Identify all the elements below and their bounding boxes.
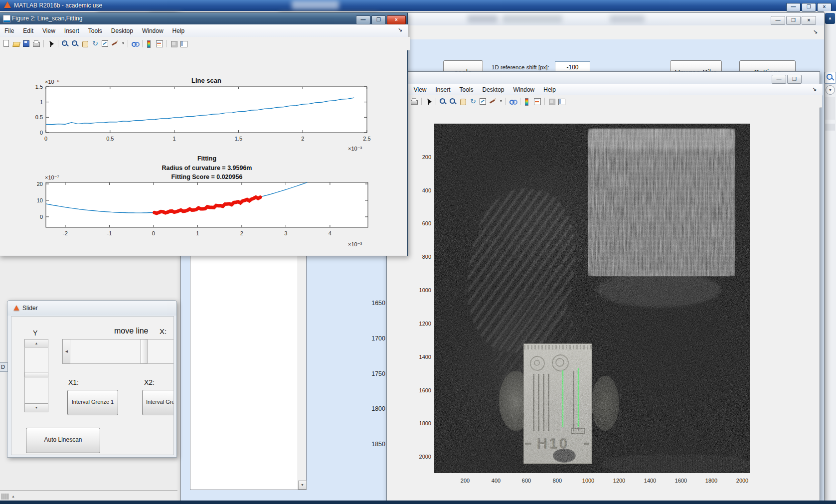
minimize-button[interactable]: — [786, 3, 801, 11]
toolbar-separator [436, 98, 436, 105]
link-plot-icon[interactable] [131, 39, 140, 48]
scroll-down-icon[interactable]: ▼ [298, 481, 307, 490]
save-icon[interactable] [22, 39, 31, 48]
restore-button[interactable]: ❐ [371, 15, 386, 24]
menu-item-window[interactable]: Window [138, 26, 168, 36]
interferogram-image[interactable]: H10 [434, 124, 750, 473]
splitter-grip[interactable]: ▲ [1, 494, 21, 500]
x-tick: 1 [173, 136, 176, 142]
menu-item-desktop[interactable]: Desktop [478, 85, 509, 95]
menu-item-view[interactable]: View [409, 85, 431, 95]
insert-colorbar-icon[interactable] [145, 39, 154, 48]
zoom-in-icon[interactable] [439, 97, 448, 106]
restore-button[interactable]: ❐ [787, 75, 802, 84]
collapse-toolstrip-icon[interactable]: ▲ [825, 13, 835, 24]
rotate-3d-icon[interactable] [469, 97, 478, 106]
restore-button[interactable]: ❐ [786, 16, 801, 25]
figured-client: H10 200400600800100012001400160018002000… [387, 107, 820, 501]
figure2-titlebar: Figure 2: Line_scan,Fitting —❐× [0, 13, 407, 24]
minimize-button[interactable]: — [771, 16, 785, 25]
figure2-window-controls: —❐× [355, 14, 406, 24]
zoom-in-icon[interactable] [61, 39, 70, 48]
insert-legend-icon[interactable] [155, 39, 164, 48]
brush-icon[interactable] [489, 97, 498, 106]
minimize-button[interactable]: — [356, 15, 370, 24]
insert-legend-icon[interactable] [533, 97, 542, 106]
toolbar-separator [128, 40, 128, 47]
toolbar-separator [167, 40, 167, 47]
chevron-down-icon[interactable]: ▼ [826, 85, 835, 95]
x-slider[interactable]: ◀ [62, 339, 174, 364]
menu-item-file[interactable]: File [0, 26, 18, 36]
menu-item-insert[interactable]: Insert [431, 85, 455, 95]
y-slider[interactable]: ▲ ▼ [24, 339, 48, 411]
caret-down-icon[interactable] [499, 97, 503, 106]
menu-item-edit[interactable]: Edit [18, 26, 38, 36]
main-window-title: MATLAB R2016b - academic use [14, 2, 102, 9]
plottools-b-icon[interactable] [557, 97, 566, 106]
figured-window: d —❐× EditViewInsertToolsDesktopWindowHe… [386, 71, 820, 502]
cursor-icon[interactable] [46, 39, 55, 48]
menu-item-insert[interactable]: Insert [60, 26, 84, 36]
maximize-button[interactable]: ❐ [802, 3, 816, 11]
x1-label: X1: [68, 378, 79, 386]
data-cursor-icon[interactable] [101, 39, 110, 48]
toolbar-separator [544, 98, 545, 105]
search-icon[interactable] [825, 72, 836, 84]
auto-linescan-button[interactable]: Auto Linescan [26, 428, 100, 453]
pan-hand-icon[interactable] [81, 39, 90, 48]
zoom-out-icon[interactable] [449, 97, 458, 106]
plottools-a-icon[interactable] [547, 97, 556, 106]
green-marker-line [578, 368, 579, 427]
close-button[interactable]: × [802, 16, 816, 25]
open-folder-icon[interactable] [12, 39, 21, 48]
menu-item-help[interactable]: Help [539, 85, 560, 95]
zoom-out-icon[interactable] [71, 39, 80, 48]
x-tick: 0.5 [106, 136, 114, 142]
image-y-tick: 400 [422, 187, 431, 193]
dock-arrow-icon[interactable]: ↘ [812, 86, 817, 93]
close-button[interactable]: × [817, 3, 832, 11]
grip-arrow-icon[interactable]: ▲ [11, 495, 15, 498]
menu-item-tools[interactable]: Tools [455, 85, 478, 95]
hidden-window-fragment: D [0, 362, 8, 372]
pan-hand-icon[interactable] [459, 97, 468, 106]
data-cursor-icon[interactable] [479, 97, 488, 106]
x-tick: 4 [329, 230, 332, 236]
y-tick: 20 [37, 181, 43, 187]
link-plot-icon[interactable] [508, 97, 517, 106]
hidden-axis-y-tick: 1800 [365, 405, 385, 412]
menu-item-tools[interactable]: Tools [84, 26, 107, 36]
interval-grenze-2-button[interactable]: Interval Gren [142, 390, 174, 415]
rotate-3d-icon[interactable] [91, 39, 100, 48]
hidden-axis-y-tick: 1650 [365, 300, 385, 307]
x-tick: 0 [44, 136, 47, 142]
menu-item-desktop[interactable]: Desktop [107, 26, 138, 36]
caret-down-icon[interactable] [121, 39, 125, 48]
sidebar-block [825, 124, 835, 131]
plottools-a-icon[interactable] [169, 39, 178, 48]
slider-down-icon[interactable]: ▼ [24, 403, 48, 412]
plottools-b-icon[interactable] [179, 39, 188, 48]
slider-client: Y move line X: ▲ ▼ ◀ X1: X2: Interval Gr… [11, 316, 174, 455]
figure2-menubar: FileEditViewInsertToolsDesktopWindowHelp [0, 24, 408, 37]
dock-arrow-icon[interactable]: ↘ [398, 27, 402, 33]
cursor-icon[interactable] [424, 97, 433, 106]
x-tick: 0 [152, 230, 155, 236]
brush-icon[interactable] [111, 39, 120, 48]
insert-colorbar-icon[interactable] [523, 97, 532, 106]
slider-window: Slider Y move line X: ▲ ▼ ◀ X1: [7, 300, 177, 458]
move-line-label: move line [114, 327, 148, 336]
dock-arrow-icon[interactable]: ↘ [813, 29, 818, 35]
new-doc-icon[interactable] [2, 39, 11, 48]
close-button[interactable]: × [387, 15, 406, 24]
background-blur [292, 0, 339, 9]
menu-item-window[interactable]: Window [509, 85, 539, 95]
y-tick: 0 [40, 130, 43, 136]
menu-item-help[interactable]: Help [168, 26, 189, 36]
print-icon[interactable] [410, 97, 419, 106]
menu-item-view[interactable]: View [38, 26, 60, 36]
print-icon[interactable] [32, 39, 41, 48]
minimize-button[interactable]: — [772, 75, 786, 84]
interval-grenze-1-button[interactable]: Interval Grenze 1 [67, 390, 118, 415]
